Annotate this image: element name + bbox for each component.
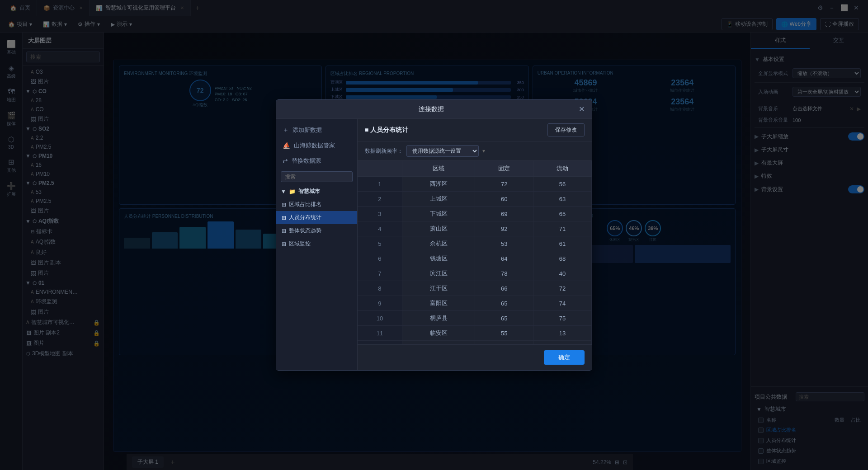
content-title: ■ 人员分布统计 [365, 126, 544, 134]
cell-fixed: 69 [475, 207, 533, 221]
cell-area: 余杭区 [402, 236, 475, 251]
cell-index: 7 [358, 266, 402, 281]
dialog-close-button[interactable]: ✕ [579, 105, 585, 113]
cell-fixed: 44 [475, 341, 533, 344]
cell-fixed: 64 [475, 251, 533, 266]
cell-flow: 72 [533, 281, 592, 296]
col-flow: 流动 [533, 161, 592, 177]
cell-fixed: 55 [475, 326, 533, 341]
dialog-search [276, 169, 357, 185]
dialog-footer: 确定 [358, 344, 592, 370]
confirm-button[interactable]: 确定 [544, 350, 585, 365]
cell-flow: 65 [533, 207, 592, 221]
dialog-title: 连接数据 [283, 105, 579, 113]
dialog-tree-group[interactable]: ▼ 📁 智慧城市 [276, 185, 357, 198]
col-fixed: 固定 [475, 161, 533, 177]
col-index [358, 161, 402, 177]
cell-flow: 75 [533, 311, 592, 326]
data-source-row: 数据刷新频率： 使用数据源统一设置 ▾ [358, 141, 592, 161]
cell-fixed: 78 [475, 266, 533, 281]
table-row: 4 萧山区 92 71 [358, 221, 592, 236]
cell-fixed: 53 [475, 236, 533, 251]
cell-index: 11 [358, 326, 402, 341]
tree-item-personnel[interactable]: ⊞ 人员分布统计 [276, 211, 357, 224]
plus-icon: ＋ [283, 126, 289, 134]
cell-index: 6 [358, 251, 402, 266]
connect-dialog: 连接数据 ✕ ＋ 添加新数据 ⛵ 山海鲸数据管家 ⇄ 替换数据源 [276, 99, 592, 371]
tree-item-state-trend[interactable]: ⊞ 整体状态趋势 [276, 224, 357, 237]
replace-data-nav-item[interactable]: ⇄ 替换数据源 [276, 153, 357, 169]
folder-icon: 📁 [289, 188, 296, 195]
table-row: 12 淳安县 44 25 [358, 341, 592, 344]
cell-fixed: 92 [475, 221, 533, 236]
dialog-body: ＋ 添加新数据 ⛵ 山海鲸数据管家 ⇄ 替换数据源 ▼ 📁 智慧城市 [276, 119, 592, 370]
cell-index: 4 [358, 221, 402, 236]
table-icon: ⊞ [282, 228, 286, 234]
cell-flow: 56 [533, 177, 592, 192]
personnel-table: 区域 固定 流动 1 西湖区 72 56 2 上城区 60 63 3 下城区 6… [358, 161, 592, 344]
cell-flow: 25 [533, 341, 592, 344]
cell-index: 9 [358, 296, 402, 311]
cell-fixed: 60 [475, 192, 533, 207]
table-row: 8 江干区 66 72 [358, 281, 592, 296]
dialog-content: ■ 人员分布统计 保存修改 数据刷新频率： 使用数据源统一设置 ▾ [358, 119, 592, 370]
cell-area: 上城区 [402, 192, 475, 207]
cell-index: 8 [358, 281, 402, 296]
cell-index: 5 [358, 236, 402, 251]
cell-fixed: 66 [475, 281, 533, 296]
cell-index: 3 [358, 207, 402, 221]
tree-item-region-monitor[interactable]: ⊞ 区域监控 [276, 237, 357, 250]
table-row: 1 西湖区 72 56 [358, 177, 592, 192]
table-row: 7 滨江区 78 40 [358, 266, 592, 281]
cell-flow: 63 [533, 192, 592, 207]
cell-flow: 74 [533, 296, 592, 311]
table-row: 2 上城区 60 63 [358, 192, 592, 207]
cell-area: 江干区 [402, 281, 475, 296]
table-row: 6 钱塘区 64 68 [358, 251, 592, 266]
cell-flow: 13 [533, 326, 592, 341]
cell-index: 10 [358, 311, 402, 326]
cell-flow: 68 [533, 251, 592, 266]
cell-index: 1 [358, 177, 402, 192]
table-row: 9 富阳区 65 74 [358, 296, 592, 311]
data-table: 区域 固定 流动 1 西湖区 72 56 2 上城区 60 63 3 下城区 6… [358, 161, 592, 344]
table-row: 11 临安区 55 13 [358, 326, 592, 341]
cell-area: 钱塘区 [402, 251, 475, 266]
cell-area: 临安区 [402, 326, 475, 341]
add-data-nav-item[interactable]: ＋ 添加新数据 [276, 122, 357, 138]
tree-item-region-rank[interactable]: ⊞ 区域占比排名 [276, 198, 357, 211]
dropdown-icon: ▾ [482, 148, 485, 154]
cell-fixed: 65 [475, 296, 533, 311]
cell-index: 12 [358, 341, 402, 344]
cell-area: 富阳区 [402, 296, 475, 311]
table-icon: ⊞ [282, 202, 286, 208]
cell-flow: 71 [533, 221, 592, 236]
data-source-select[interactable]: 使用数据源统一设置 [406, 145, 479, 157]
dialog-nav: ＋ 添加新数据 ⛵ 山海鲸数据管家 ⇄ 替换数据源 ▼ 📁 智慧城市 [276, 119, 358, 370]
manager-icon: ⛵ [283, 142, 290, 149]
cell-area: 西湖区 [402, 177, 475, 192]
cell-index: 2 [358, 192, 402, 207]
shanhai-manager-nav-item[interactable]: ⛵ 山海鲸数据管家 [276, 138, 357, 153]
table-icon: ⊞ [282, 215, 286, 221]
table-row: 3 下城区 69 65 [358, 207, 592, 221]
table-row: 10 桐庐县 65 75 [358, 311, 592, 326]
cell-area: 下城区 [402, 207, 475, 221]
cell-fixed: 72 [475, 177, 533, 192]
table-row: 5 余杭区 53 61 [358, 236, 592, 251]
col-area: 区域 [402, 161, 475, 177]
cell-flow: 61 [533, 236, 592, 251]
cell-area: 桐庐县 [402, 311, 475, 326]
save-button[interactable]: 保存修改 [547, 123, 585, 136]
dialog-header: 连接数据 ✕ [276, 100, 592, 119]
replace-icon: ⇄ [283, 157, 288, 164]
cell-fixed: 65 [475, 311, 533, 326]
cell-area: 滨江区 [402, 266, 475, 281]
dialog-search-input[interactable] [281, 171, 353, 182]
cell-flow: 40 [533, 266, 592, 281]
modal-overlay[interactable]: 连接数据 ✕ ＋ 添加新数据 ⛵ 山海鲸数据管家 ⇄ 替换数据源 [0, 0, 868, 470]
cell-area: 淳安县 [402, 341, 475, 344]
cell-area: 萧山区 [402, 221, 475, 236]
dialog-content-header: ■ 人员分布统计 保存修改 [358, 119, 592, 141]
table-icon: ⊞ [282, 241, 286, 247]
